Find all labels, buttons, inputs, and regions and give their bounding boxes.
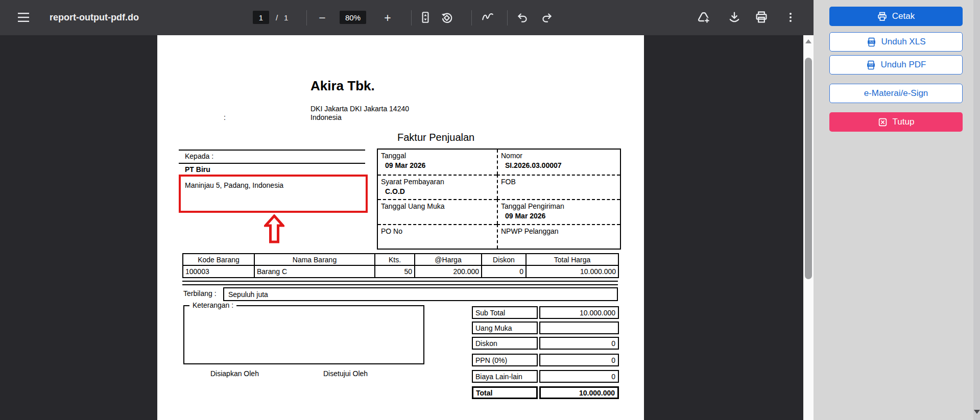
double-rule <box>182 281 618 285</box>
annotate-button[interactable] <box>480 10 495 25</box>
total-row-label: Diskon <box>472 337 538 350</box>
item-code: 100003 <box>183 265 254 278</box>
pdf-scrollbar[interactable] <box>803 35 814 420</box>
zoom-out-button[interactable]: − <box>315 10 330 26</box>
page-number-input[interactable]: 1 <box>253 11 269 24</box>
total-row-value: 0 <box>539 354 619 366</box>
unduh-xls-button[interactable]: XLS Unduh XLS <box>829 32 963 52</box>
print-button[interactable] <box>753 9 770 26</box>
grand-total-value: 10.000.000 <box>539 386 619 399</box>
undo-button[interactable] <box>515 10 530 25</box>
minus-icon: − <box>319 12 325 24</box>
rotate-button[interactable] <box>439 10 455 25</box>
total-row-label: PPN (0%) <box>472 354 538 366</box>
info-cell-npwp: NPWP Pelanggan <box>497 224 620 249</box>
item-qty: 50 <box>375 265 415 278</box>
grand-total-label: Total <box>472 386 538 399</box>
plus-icon: + <box>384 12 391 24</box>
e-materai-label: e-Materai/e-Sign <box>864 88 928 98</box>
download-button[interactable] <box>726 9 743 26</box>
total-row-value: 0 <box>539 370 619 383</box>
pdf-scrollbar-thumb[interactable] <box>805 58 812 279</box>
info-cell-pengiriman: Tanggal Pengiriman 09 Mar 2026 <box>497 199 620 224</box>
toolbar-separator <box>306 10 307 26</box>
svg-text:PDF: PDF <box>868 64 873 66</box>
rotate-icon <box>440 11 453 24</box>
more-vert-icon <box>784 11 797 24</box>
action-sidebar: Cetak XLS Unduh XLS PDF Unduh PDF e-Mate… <box>814 0 980 420</box>
cetak-label: Cetak <box>892 11 915 21</box>
total-row-label: Uang Muka <box>472 322 538 334</box>
col-header: Diskon <box>482 254 526 265</box>
save-to-drive-button[interactable] <box>696 9 712 26</box>
kepada-label: Kepada : <box>185 152 213 160</box>
company-name: Akira Tbk. <box>310 78 375 94</box>
menu-button[interactable] <box>16 10 31 24</box>
redo-button[interactable] <box>539 10 555 25</box>
more-options-button[interactable] <box>782 9 799 26</box>
page-divider: / <box>276 0 278 35</box>
info-label: Nomor <box>501 152 617 160</box>
red-up-arrow <box>264 214 284 243</box>
item-discount: 0 <box>482 265 526 278</box>
info-label: NPWP Pelanggan <box>501 227 617 235</box>
items-header-row: Kode Barang Nama Barang Kts. @Harga Disk… <box>183 254 618 265</box>
col-header: Nama Barang <box>254 254 375 265</box>
kepada-bottom-rule <box>179 163 365 164</box>
scroll-up-icon[interactable] <box>805 39 811 43</box>
red-highlight-box <box>179 175 368 213</box>
customer-name: PT Biru <box>185 165 210 174</box>
item-total: 10.000.000 <box>526 265 618 278</box>
toolbar-separator <box>507 10 508 26</box>
info-label: FOB <box>501 178 617 186</box>
page-count: 1 <box>284 0 288 35</box>
col-header: Total Harga <box>526 254 618 265</box>
save-to-drive-icon <box>697 10 711 24</box>
toolbar-separator <box>471 10 472 26</box>
pdf-viewer-window: report-output-pdf.do 1 / 1 − 80% + <box>0 0 980 420</box>
company-address-line2: Indonesia <box>310 113 342 121</box>
zoom-in-button[interactable]: + <box>380 10 395 26</box>
cetak-button[interactable]: Cetak <box>829 7 963 26</box>
keterangan-label: Keterangan : <box>189 301 236 309</box>
unduh-pdf-label: Unduh PDF <box>881 60 926 70</box>
menu-icon <box>18 13 29 22</box>
invoice-info-table: Tanggal 09 Mar 2026 Nomor SI.2026.03.000… <box>377 149 621 250</box>
e-materai-button[interactable]: e-Materai/e-Sign <box>829 84 963 103</box>
fit-page-button[interactable] <box>418 10 433 25</box>
info-cell-fob: FOB <box>497 175 620 200</box>
tutup-button[interactable]: Tutup <box>829 112 963 132</box>
unduh-pdf-button[interactable]: PDF Unduh PDF <box>829 55 963 75</box>
svg-text:XLS: XLS <box>869 41 874 43</box>
pdf-file-icon: PDF <box>866 60 876 70</box>
terbilang-label: Terbilang : <box>183 289 217 298</box>
redo-icon <box>540 11 554 24</box>
total-row-label: Sub Total <box>472 306 538 319</box>
info-value: C.O.D <box>385 187 494 195</box>
company-address-line1: DKI Jakarta DKI Jakarta 14240 <box>310 105 409 113</box>
item-name: Barang C <box>254 265 375 278</box>
close-box-icon <box>878 117 888 127</box>
pdf-page: Akira Tbk. : DKI Jakarta DKI Jakarta 142… <box>157 35 644 420</box>
col-header: Kode Barang <box>183 254 254 265</box>
fit-page-icon <box>419 11 432 24</box>
info-label: Tanggal Pengiriman <box>501 202 617 210</box>
kepada-top-rule <box>179 150 365 151</box>
sidebar-scrollbar[interactable] <box>973 0 980 420</box>
unduh-xls-label: Unduh XLS <box>881 37 926 47</box>
total-row-value: 0 <box>539 337 619 350</box>
items-table: Kode Barang Nama Barang Kts. @Harga Disk… <box>182 253 619 278</box>
info-cell-uang-muka: Tanggal Uang Muka <box>378 199 497 224</box>
undo-icon <box>516 11 529 24</box>
printer-icon <box>877 12 887 21</box>
total-row-value <box>539 322 619 334</box>
info-value: 09 Mar 2026 <box>505 212 617 220</box>
zoom-level-input[interactable]: 80% <box>340 11 366 24</box>
document-title: report-output-pdf.do <box>50 0 139 35</box>
col-header: @Harga <box>415 254 482 265</box>
scroll-down-icon[interactable] <box>974 410 980 414</box>
print-icon <box>754 10 769 24</box>
info-cell-po-no: PO No <box>378 224 497 249</box>
info-cell-tanggal: Tanggal 09 Mar 2026 <box>378 150 497 175</box>
total-row-value: 10.000.000 <box>539 306 619 319</box>
